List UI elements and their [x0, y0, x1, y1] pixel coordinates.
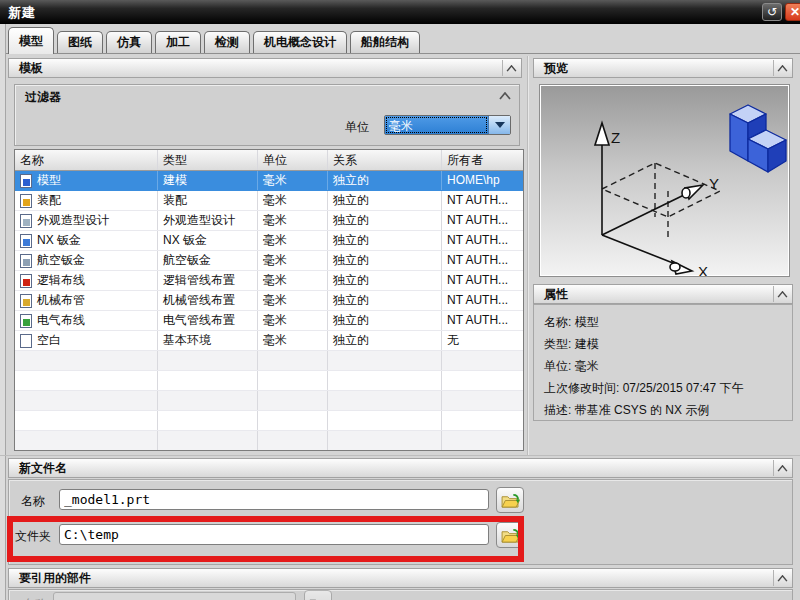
collapse-filter-icon[interactable] [499, 89, 513, 101]
axis-label-y: Y [709, 175, 719, 192]
template-category-tabs: 模型 图纸 仿真 加工 检测 机电概念设计 船舶结构 [0, 24, 800, 54]
mechanical-routing-icon [20, 294, 32, 308]
open-folder-icon [501, 528, 520, 543]
tab-inspection[interactable]: 检测 [204, 31, 250, 53]
axis-label-x: X [698, 263, 708, 276]
empty-table-row [15, 431, 523, 451]
table-row[interactable]: 机械布管 机械管线布置 毫米 独立的 NT AUTH... [15, 291, 523, 311]
new-file-group: 名称 文件夹 [8, 479, 793, 565]
folder-label: 文件夹 [15, 528, 51, 545]
cell-relationship: 独立的 [328, 211, 442, 230]
table-row[interactable]: 外观造型设计 外观造型设计 毫米 独立的 NT AUTH... [15, 211, 523, 231]
cell-type: 逻辑管线布置 [158, 271, 258, 290]
table-row[interactable]: 空白 基本环境 毫米 独立的 无 [15, 331, 523, 351]
cell-relationship: 独立的 [328, 231, 442, 250]
close-icon[interactable]: ✕ [785, 3, 800, 21]
cell-name: 外观造型设计 [37, 211, 109, 230]
collapse-new-file-icon[interactable] [773, 460, 791, 476]
column-header-type[interactable]: 类型 [158, 150, 258, 170]
cell-type: 航空钣金 [158, 251, 258, 270]
blank-template-icon [20, 334, 32, 348]
reference-name-input [53, 592, 296, 600]
cell-unit: 毫米 [258, 171, 328, 190]
model-template-icon [20, 174, 32, 188]
empty-table-row [15, 411, 523, 431]
table-row[interactable]: 模型 建模 毫米 独立的 HOME\hp [15, 171, 523, 191]
table-row[interactable]: 装配 装配 毫米 独立的 NT AUTH... [15, 191, 523, 211]
dialog-title: 新建 [8, 4, 36, 22]
column-header-unit[interactable]: 单位 [258, 150, 328, 170]
cell-relationship: 独立的 [328, 171, 442, 190]
templates-section-title: 模板 [19, 61, 43, 75]
collapse-preview-icon[interactable] [773, 60, 791, 76]
table-header-row: 名称 类型 单位 关系 所有者 [15, 150, 523, 171]
cell-type: 机械管线布置 [158, 291, 258, 310]
cell-relationship: 独立的 [328, 291, 442, 310]
filter-title: 过滤器 [25, 89, 61, 106]
collapse-templates-icon[interactable] [502, 60, 520, 76]
reference-part-group: 名称 [8, 589, 793, 600]
table-row[interactable]: 航空钣金 航空钣金 毫米 独立的 NT AUTH... [15, 251, 523, 271]
cell-unit: 毫米 [258, 311, 328, 330]
new-file-section-title: 新文件名 [19, 461, 67, 475]
cell-type: 装配 [158, 191, 258, 210]
cell-unit: 毫米 [258, 231, 328, 250]
chevron-down-icon[interactable] [488, 116, 510, 134]
tab-drawing[interactable]: 图纸 [57, 31, 103, 53]
reference-name-label: 名称 [23, 596, 47, 600]
cell-relationship: 独立的 [328, 191, 442, 210]
table-row[interactable]: 逻辑布线 逻辑管线布置 毫米 独立的 NT AUTH... [15, 271, 523, 291]
tab-manufacturing[interactable]: 加工 [155, 31, 201, 53]
cell-name: 电气布线 [37, 311, 85, 330]
empty-table-row [15, 371, 523, 391]
cell-type: 基本环境 [158, 331, 258, 350]
cell-owner: HOME\hp [442, 171, 523, 190]
reference-part-section-title: 要引用的部件 [19, 571, 91, 585]
properties-panel: 名称: 模型 类型: 建模 单位: 毫米 上次修改时间: 07/25/2015 … [533, 304, 793, 421]
cell-name: NX 钣金 [37, 231, 81, 250]
cell-type: 建模 [158, 171, 258, 190]
preview-image: Z Y X [539, 84, 790, 277]
column-header-name[interactable]: 名称 [15, 150, 158, 170]
tab-ship-structure[interactable]: 船舶结构 [350, 31, 420, 53]
browse-folder-button[interactable] [496, 522, 524, 548]
cell-unit: 毫米 [258, 271, 328, 290]
unit-label: 单位 [345, 119, 369, 136]
cell-owner: NT AUTH... [442, 271, 523, 290]
column-header-owner[interactable]: 所有者 [442, 150, 523, 170]
tab-mechatronics[interactable]: 机电概念设计 [253, 31, 347, 53]
new-file-section-header: 新文件名 [8, 458, 793, 478]
cell-relationship: 独立的 [328, 311, 442, 330]
property-name: 名称: 模型 [544, 311, 792, 333]
cell-owner: NT AUTH... [442, 291, 523, 310]
panel-splitter[interactable] [527, 56, 529, 455]
unit-dropdown[interactable]: 毫米 [384, 115, 511, 135]
aero-sheet-metal-icon [20, 254, 32, 268]
empty-table-row [15, 351, 523, 371]
tab-model[interactable]: 模型 [8, 27, 54, 54]
logical-routing-icon [20, 274, 32, 288]
table-row[interactable]: NX 钣金 NX 钣金 毫米 独立的 NT AUTH... [15, 231, 523, 251]
open-folder-icon [501, 493, 520, 508]
browse-name-button[interactable] [496, 487, 524, 513]
filter-group: 过滤器 单位 毫米 [14, 84, 520, 146]
templates-section-header: 模板 [8, 58, 522, 78]
folder-input[interactable] [59, 524, 489, 545]
cell-type: NX 钣金 [158, 231, 258, 250]
cell-name: 空白 [37, 331, 61, 350]
collapse-reference-icon[interactable] [773, 570, 791, 586]
cell-name: 装配 [37, 191, 61, 210]
properties-section-header: 属性 [533, 284, 793, 304]
table-row[interactable]: 电气布线 电气管线布置 毫米 独立的 NT AUTH... [15, 311, 523, 331]
template-table: 名称 类型 单位 关系 所有者 模型 建模 毫米 独立的 HOME\hp 装配 … [14, 149, 524, 451]
file-name-input[interactable] [59, 489, 489, 510]
column-header-relationship[interactable]: 关系 [328, 150, 442, 170]
property-description: 描述: 带基准 CSYS 的 NX 示例 [544, 399, 792, 421]
reset-dialog-icon[interactable]: ↺ [762, 3, 782, 21]
cell-unit: 毫米 [258, 291, 328, 310]
preview-section-header: 预览 [533, 58, 793, 78]
collapse-properties-icon[interactable] [773, 286, 791, 302]
cell-name: 模型 [37, 171, 61, 190]
cell-owner: NT AUTH... [442, 251, 523, 270]
tab-simulation[interactable]: 仿真 [106, 31, 152, 53]
